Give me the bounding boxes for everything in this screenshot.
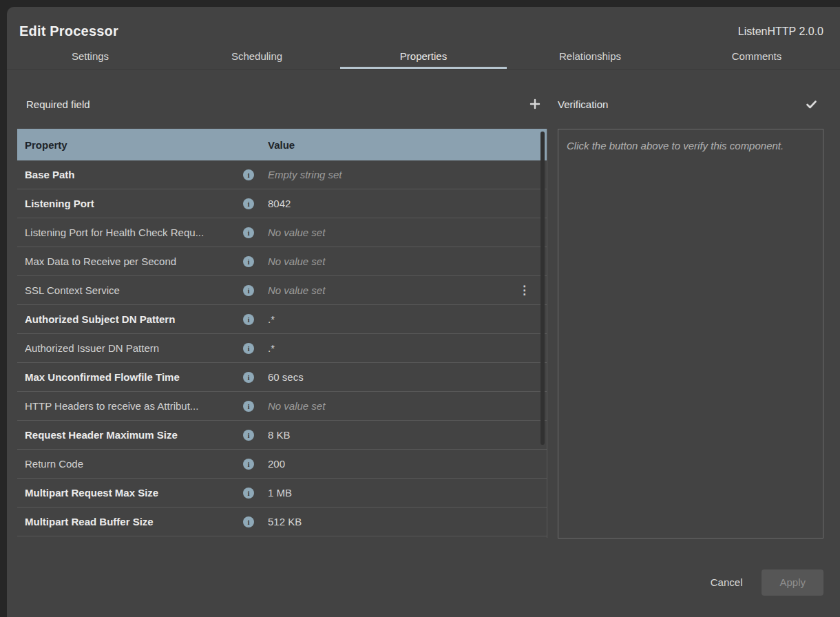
property-value: .*: [268, 342, 530, 354]
tab-bar: Settings Scheduling Properties Relations…: [7, 43, 840, 70]
table-header-row: Property Value: [17, 129, 547, 160]
verification-title: Verification: [558, 98, 608, 110]
table-row[interactable]: Max Unconfirmed Flowfile Time i 60 secs: [17, 363, 547, 392]
table-scrollbar-thumb[interactable]: [540, 132, 545, 445]
tab-properties[interactable]: Properties: [340, 43, 507, 69]
table-row[interactable]: Authorized Subject DN Pattern i .*: [17, 305, 547, 334]
property-name: Multipart Read Buffer Size: [25, 516, 243, 527]
check-icon: [806, 98, 817, 110]
info-icon[interactable]: i: [243, 314, 254, 325]
property-name: SSL Context Service: [25, 284, 243, 296]
tab-scheduling[interactable]: Scheduling: [174, 43, 340, 69]
table-row[interactable]: Listening Port for Health Check Requ... …: [17, 218, 547, 247]
add-property-button[interactable]: [523, 92, 547, 116]
property-value: .*: [268, 313, 530, 325]
property-value: 512 KB: [268, 516, 530, 527]
info-icon[interactable]: i: [243, 459, 254, 470]
properties-section-header: Required field: [17, 92, 547, 116]
row-menu-button[interactable]: ⋮: [518, 284, 530, 296]
property-value: No value set: [268, 227, 530, 238]
info-icon[interactable]: i: [243, 430, 254, 441]
property-name: HTTP Headers to receive as Attribut...: [25, 400, 243, 412]
info-icon[interactable]: i: [243, 372, 254, 383]
info-icon[interactable]: i: [243, 285, 254, 296]
table-row[interactable]: Multipart Read Buffer Size i 512 KB: [17, 508, 547, 536]
property-value: 1 MB: [268, 487, 530, 499]
info-icon[interactable]: i: [243, 169, 254, 180]
property-value: 8042: [268, 198, 530, 209]
info-icon[interactable]: i: [243, 256, 254, 267]
property-name: Request Header Maximum Size: [25, 429, 243, 441]
apply-button[interactable]: Apply: [762, 569, 823, 596]
dialog-title: Edit Processor: [19, 23, 118, 39]
verification-column: Verification Click the button above to v…: [558, 70, 823, 547]
kebab-icon: ⋮: [518, 284, 530, 297]
dialog-content: Required field Property Value Base Path …: [7, 70, 840, 547]
verification-message: Click the button above to verify this co…: [567, 138, 794, 154]
table-row[interactable]: Request Header Maximum Size i 8 KB: [17, 421, 547, 450]
processor-version: ListenHTTP 2.0.0: [738, 25, 823, 38]
property-name: Return Code: [25, 458, 243, 470]
table-row[interactable]: Authorized Issuer DN Pattern i .*: [17, 334, 547, 363]
column-header-property: Property: [25, 139, 268, 151]
properties-table: Property Value Base Path i Empty string …: [17, 129, 547, 538]
tab-relationships[interactable]: Relationships: [507, 43, 673, 69]
tab-comments[interactable]: Comments: [673, 43, 840, 69]
property-name: Base Path: [25, 169, 243, 180]
property-name: Listening Port: [25, 198, 243, 209]
property-value: 8 KB: [268, 429, 530, 441]
dialog-footer: Cancel Apply: [7, 547, 840, 617]
tab-settings[interactable]: Settings: [7, 43, 174, 69]
tab-label: Comments: [732, 50, 782, 62]
table-row[interactable]: Max Data to Receive per Second i No valu…: [17, 247, 547, 276]
info-icon[interactable]: i: [243, 516, 254, 527]
tab-label: Relationships: [559, 50, 621, 62]
info-icon[interactable]: i: [243, 488, 254, 499]
verification-section-header: Verification: [558, 92, 823, 116]
table-row[interactable]: HTTP Headers to receive as Attribut... i…: [17, 392, 547, 421]
tab-label: Settings: [72, 50, 109, 62]
table-row[interactable]: SSL Context Service i No value set ⋮: [17, 276, 547, 305]
property-name: Authorized Subject DN Pattern: [25, 313, 243, 325]
verification-panel: Click the button above to verify this co…: [558, 129, 823, 538]
property-name: Max Data to Receive per Second: [25, 255, 243, 267]
property-name: Max Unconfirmed Flowfile Time: [25, 371, 243, 383]
property-value: 60 secs: [268, 371, 530, 383]
info-icon[interactable]: i: [243, 227, 254, 238]
property-name: Authorized Issuer DN Pattern: [25, 342, 243, 354]
table-row[interactable]: Multipart Request Max Size i 1 MB: [17, 479, 547, 508]
property-value: 200: [268, 458, 530, 470]
info-icon[interactable]: i: [243, 343, 254, 354]
table-row[interactable]: Base Path i Empty string set: [17, 160, 547, 189]
properties-column: Required field Property Value Base Path …: [17, 70, 547, 547]
table-row[interactable]: Listening Port i 8042: [17, 189, 547, 218]
cancel-button[interactable]: Cancel: [711, 576, 743, 588]
dialog-header: Edit Processor ListenHTTP 2.0.0: [7, 7, 840, 43]
property-value: Empty string set: [268, 169, 530, 180]
property-value: No value set: [268, 400, 530, 412]
property-name: Multipart Request Max Size: [25, 487, 243, 499]
verify-button[interactable]: [799, 92, 823, 116]
tab-label: Properties: [400, 50, 447, 62]
property-value: No value set: [268, 255, 530, 267]
plus-icon: [529, 98, 540, 109]
property-value: No value set: [268, 284, 518, 296]
info-icon[interactable]: i: [243, 401, 254, 412]
edit-processor-dialog: Edit Processor ListenHTTP 2.0.0 Settings…: [7, 7, 840, 617]
property-name: Listening Port for Health Check Requ...: [25, 227, 243, 238]
table-row[interactable]: Return Code i 200: [17, 450, 547, 479]
table-body: Base Path i Empty string set Listening P…: [17, 160, 547, 536]
tab-label: Scheduling: [231, 50, 282, 62]
required-field-label: Required field: [17, 98, 90, 110]
column-header-value: Value: [268, 139, 295, 151]
info-icon[interactable]: i: [243, 198, 254, 209]
active-tab-underline: [340, 67, 507, 69]
